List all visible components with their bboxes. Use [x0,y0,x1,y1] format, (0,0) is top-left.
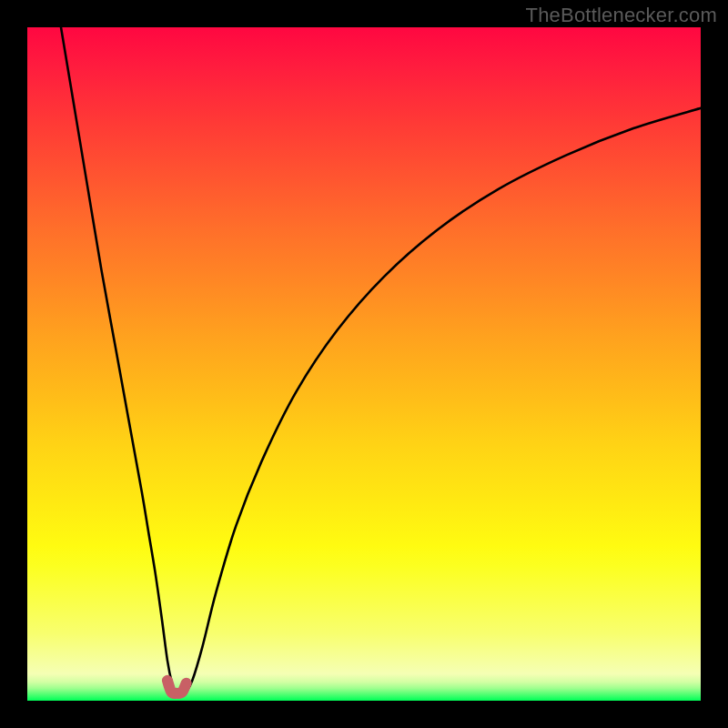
bottleneck-curve [27,27,701,701]
chart-frame: TheBottlenecker.com [0,0,728,728]
plot-area [27,27,701,701]
valley-highlight [167,681,187,693]
curve-left-branch [61,27,176,693]
watermark-text: TheBottlenecker.com [526,4,717,27]
curve-right-branch [186,108,701,693]
